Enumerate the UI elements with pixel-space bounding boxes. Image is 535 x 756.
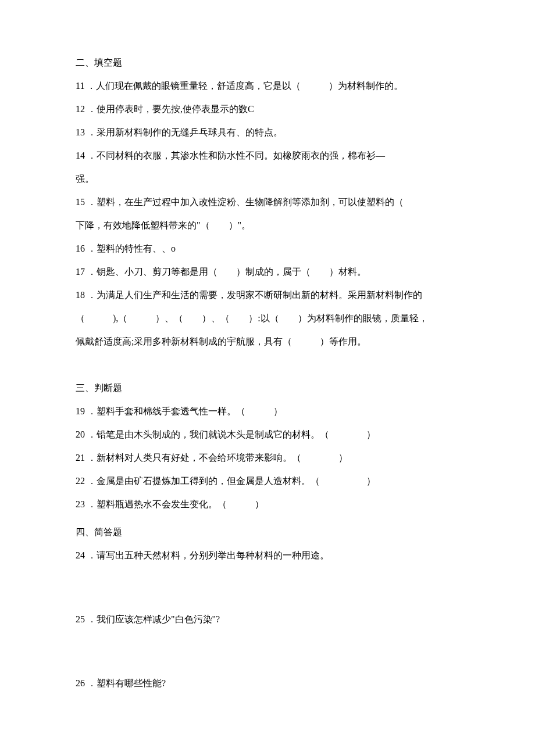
question-13: 13 ．采用新材料制作的无缝乒乓球具有、的特点。: [76, 121, 459, 144]
question-18-line1: 18 ．为满足人们生产和生活的需要，发明家不断研制出新的材料。采用新材料制作的: [76, 284, 459, 307]
question-26: 26 ．塑料有哪些性能?: [76, 672, 459, 695]
question-15-line2: 下降，有效地降低塑料带来的"（ ）"。: [76, 214, 459, 237]
question-16: 16 ．塑料的特性有、、o: [76, 237, 459, 260]
question-17: 17 ．钥匙、小刀、剪刀等都是用（ ）制成的，属于（ ）材料。: [76, 260, 459, 284]
section-3-header: 三、判断题: [76, 377, 459, 400]
question-18-line3: 佩戴舒适度高;采用多种新材料制成的宇航服，具有（ ）等作用。: [76, 330, 459, 353]
question-24: 24 ．请写出五种天然材料，分别列举出每种材料的一种用途。: [76, 544, 459, 567]
section-4-header: 四、简答题: [76, 521, 459, 544]
question-19: 19 ．塑料手套和棉线手套透气性一样。（ ）: [76, 400, 459, 423]
question-11: 11 ．人们现在佩戴的眼镜重量轻，舒适度高，它是以（ ）为材料制作的。: [76, 74, 459, 98]
question-18-line2: （ ),（ ）、（ ）、（ ）:以（ ）为材料制作的眼镜，质量轻，: [76, 307, 459, 330]
question-14-line2: 强。: [76, 167, 459, 191]
section-2-header: 二、填空题: [76, 51, 459, 74]
question-21: 21 ．新材料对人类只有好处，不会给环境带来影响。（ ）: [76, 446, 459, 470]
question-14-line1: 14 ．不同材料的衣服，其渗水性和防水性不同。如橡胶雨衣的强，棉布衫—: [76, 144, 459, 167]
question-23: 23 ．塑料瓶遇热水不会发生变化。（ ）: [76, 493, 459, 516]
question-20: 20 ．铅笔是由木头制成的，我们就说木头是制成它的材料。（ ）: [76, 423, 459, 446]
question-15-line1: 15 ．塑料，在生产过程中加入改性淀粉、生物降解剂等添加剂，可以使塑料的（: [76, 191, 459, 214]
question-12: 12 ．使用停表时，要先按,使停表显示的数C: [76, 98, 459, 121]
question-22: 22 ．金属是由矿石提炼加工得到的，但金属是人造材料。（ ）: [76, 470, 459, 493]
question-25: 25 ．我们应该怎样减少"白色污染"?: [76, 608, 459, 631]
